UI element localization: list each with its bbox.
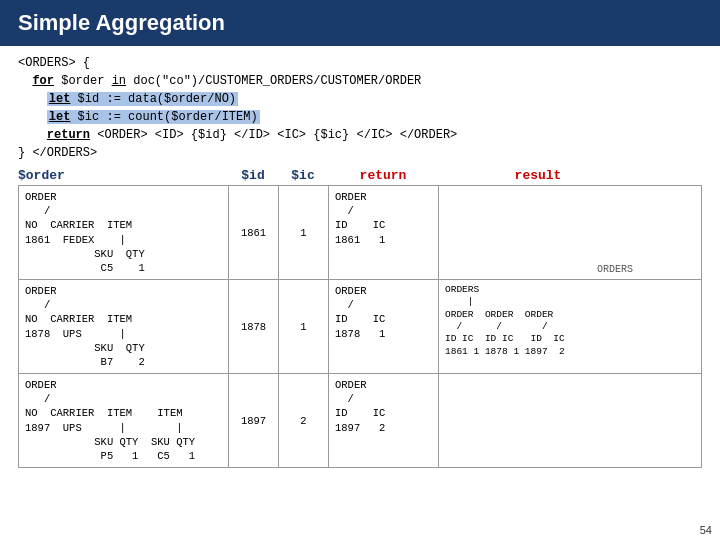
return-cell-3: ORDER / ID IC 1897 2 [329, 374, 439, 467]
result-cell-2: ORDERS | ORDER ORDER ORDER / / / ID IC I… [439, 280, 639, 373]
code-line2: for $order in doc("co")/CUSTOMER_ORDERS/… [18, 72, 702, 90]
code-block: <ORDERS> { for $order in doc("co")/CUSTO… [18, 54, 702, 162]
id-cell-2: 1878 [229, 280, 279, 373]
content-area: <ORDERS> { for $order in doc("co")/CUSTO… [0, 46, 720, 472]
code-line3: let $id := data($order/NO) [18, 90, 702, 108]
order-cell-2: ORDER / NO CARRIER ITEM 1878 UPS | SKU Q… [19, 280, 229, 373]
return-cell-1: ORDER / ID IC 1861 1 [329, 186, 439, 279]
id-cell-1: 1861 [229, 186, 279, 279]
code-line1: <ORDERS> { [18, 54, 702, 72]
col-header-id: $id [228, 168, 278, 183]
column-headers: $order $id $ic return result [18, 168, 702, 183]
ic-cell-1: 1 [279, 186, 329, 279]
code-line4: let $ic := count($order/ITEM) [18, 108, 702, 126]
ic-cell-3: 2 [279, 374, 329, 467]
order-cell-1: ORDER / NO CARRIER ITEM 1861 FEDEX | SKU… [19, 186, 229, 279]
page-title: Simple Aggregation [18, 10, 225, 35]
col-header-result: result [438, 168, 638, 183]
code-line5: return <ORDER> <ID> {$id} </ID> <IC> {$i… [18, 126, 702, 144]
col-header-return: return [328, 168, 438, 183]
order-cell-3: ORDER / NO CARRIER ITEM ITEM 1897 UPS | … [19, 374, 229, 467]
ic-cell-2: 1 [279, 280, 329, 373]
col-header-order: $order [18, 168, 228, 183]
code-line6: } </ORDERS> [18, 144, 702, 162]
header: Simple Aggregation [0, 0, 720, 46]
id-cell-3: 1897 [229, 374, 279, 467]
page-number: 54 [700, 524, 712, 536]
table-row: ORDER / NO CARRIER ITEM ITEM 1897 UPS | … [19, 374, 701, 467]
table-row: ORDER / NO CARRIER ITEM 1861 FEDEX | SKU… [19, 186, 701, 280]
table-row: ORDER / NO CARRIER ITEM 1878 UPS | SKU Q… [19, 280, 701, 374]
return-cell-2: ORDER / ID IC 1878 1 [329, 280, 439, 373]
result-cell-3 [439, 374, 639, 467]
result-cell-1: ORDERS [439, 186, 639, 279]
col-header-ic: $ic [278, 168, 328, 183]
data-table: ORDER / NO CARRIER ITEM 1861 FEDEX | SKU… [18, 185, 702, 468]
